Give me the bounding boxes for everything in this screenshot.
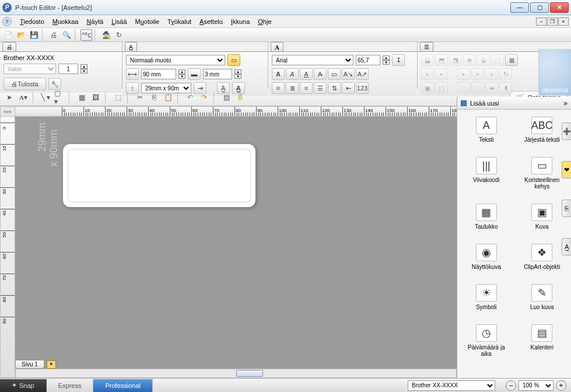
open-button[interactable]: 📂 xyxy=(15,29,27,41)
save-button[interactable]: 💾 xyxy=(28,29,40,41)
print-preview-button[interactable]: 🔍 xyxy=(61,29,72,41)
mdi-minimize-button[interactable]: – xyxy=(536,18,547,26)
spacing-button[interactable]: ⇅ xyxy=(328,82,341,94)
print-options-button[interactable]: 🔧 xyxy=(48,78,61,90)
group-button[interactable]: ⬚ xyxy=(457,82,470,94)
insert-item-viivakoodi[interactable]: |||Viivakoodi xyxy=(460,155,513,192)
paper-margin-input[interactable] xyxy=(203,69,232,79)
print-panel-tab[interactable]: 🖨 xyxy=(2,42,16,51)
print-execute-button[interactable]: 🖨 Tulosta xyxy=(3,78,46,90)
same-height[interactable]: ▪ xyxy=(471,68,484,80)
zoom-out-button[interactable]: − xyxy=(506,380,516,391)
window-minimize-button[interactable]: — xyxy=(510,2,529,13)
transfer-button[interactable]: ↻ xyxy=(113,29,125,41)
snap-grid-button[interactable]: ⊞ xyxy=(505,54,518,66)
paper-panel-tab[interactable]: A̲ xyxy=(125,42,137,51)
indent-button[interactable]: ⇤ xyxy=(342,82,355,94)
font-size-spinner[interactable]: ▲▼ xyxy=(383,55,390,65)
print-button[interactable]: 🖨 xyxy=(48,29,59,41)
align-bottom-objects[interactable]: ⬚ xyxy=(491,54,504,66)
new-button[interactable]: 📄 xyxy=(2,29,14,41)
rotate-button[interactable]: ↻ xyxy=(499,68,512,80)
insert-item-p-iv-m-r-ja-aika[interactable]: ◷Päivämäärä ja aika xyxy=(460,322,513,359)
menu-layout[interactable]: Asettelu xyxy=(196,17,226,26)
insert-panel-header[interactable]: Lisää uusi » xyxy=(457,97,571,110)
italic-button[interactable]: A xyxy=(286,68,299,80)
menu-view[interactable]: Näytä xyxy=(83,17,107,26)
paste-button[interactable]: 📋 xyxy=(162,92,174,103)
redo-button[interactable]: ↷ xyxy=(198,92,210,103)
undo-button[interactable]: ↶ xyxy=(184,92,196,103)
mode-snap-button[interactable]: ✦ Snap xyxy=(0,379,47,392)
mdi-restore-button[interactable]: ❐ xyxy=(547,18,558,26)
database-button[interactable]: 🛢 xyxy=(234,92,246,103)
mode-professional-button[interactable]: Professional xyxy=(93,379,153,392)
sidetab-hist[interactable]: ⎘ xyxy=(562,200,571,217)
cut-button[interactable]: ✂ xyxy=(134,92,146,103)
copies-spinner[interactable]: ▲▼ xyxy=(80,64,87,74)
flip-v[interactable]: ⬍ xyxy=(499,82,512,94)
numbering-button[interactable]: 123 xyxy=(356,82,369,94)
insert-item-teksti[interactable]: ATeksti xyxy=(460,114,513,145)
margin-spinner[interactable]: ▲▼ xyxy=(234,69,241,79)
text-panel-tab[interactable]: A xyxy=(271,42,283,51)
table-tool[interactable]: ▦ xyxy=(76,92,87,103)
zoom-in-button[interactable]: + xyxy=(556,380,566,391)
mdi-close-button[interactable]: × xyxy=(558,18,569,26)
sidetab-add[interactable]: ➕ xyxy=(562,123,571,140)
scrollbar-thumb[interactable] xyxy=(236,370,263,377)
paper-style-select[interactable]: Normaali muoto xyxy=(126,55,225,65)
same-width[interactable]: ▪ xyxy=(457,68,470,80)
shape-tool[interactable]: ▢ ▾ xyxy=(54,92,65,103)
frame-text-button[interactable]: ▭ xyxy=(328,68,341,80)
vertical-text-button[interactable]: ↧ xyxy=(392,54,405,66)
align-center-h-objects[interactable]: ⬒ xyxy=(435,54,448,66)
shrink-button[interactable]: A↘ xyxy=(342,68,355,80)
horizontal-scrollbar[interactable] xyxy=(15,369,457,378)
send-back[interactable]: ▢ xyxy=(435,82,448,94)
insert-item-n-ytt-kuva[interactable]: ◉Näyttökuva xyxy=(460,242,513,272)
menu-format[interactable]: Muotoile xyxy=(132,17,163,26)
copy-button[interactable]: ⎘ xyxy=(148,92,160,103)
insert-item-koristeellinen-kehys[interactable]: ▭Koristeellinen kehys xyxy=(516,155,569,192)
add-sheet-button[interactable]: ✶ xyxy=(47,360,56,369)
app-menu-icon[interactable]: ? xyxy=(2,17,12,26)
flip-h[interactable]: ⬌ xyxy=(485,82,498,94)
print-preset-select[interactable]: Vakio xyxy=(3,64,56,74)
align-left-objects[interactable]: ⬓ xyxy=(421,54,434,66)
line-tool[interactable]: ╲ ▾ xyxy=(40,92,51,103)
menu-window[interactable]: Ikkuna xyxy=(227,17,253,26)
align-top-objects[interactable]: ⬘ xyxy=(463,54,476,66)
align-left-button[interactable]: ≡ xyxy=(272,82,285,94)
insert-item-kalenteri[interactable]: ▤Kalenteri xyxy=(516,322,569,359)
ungroup-button[interactable]: ⬚ xyxy=(471,82,484,94)
font-select[interactable]: Arial xyxy=(272,55,353,65)
underline-button[interactable]: A xyxy=(300,68,313,80)
align-center-button[interactable]: ≣ xyxy=(286,82,299,94)
pointer-tool[interactable]: ➤ xyxy=(3,92,15,103)
bring-front[interactable]: ▣ xyxy=(421,82,434,94)
zoom-select[interactable]: 100 % xyxy=(519,380,554,391)
image-tool[interactable]: 🖼 xyxy=(90,92,101,103)
menu-help[interactable]: Ohje xyxy=(254,17,275,26)
insert-item-clipart-objekti[interactable]: ❖ClipArt-objekti xyxy=(516,242,569,272)
sheet-tab-1[interactable]: Sivu 1 xyxy=(15,360,44,369)
width-spinner[interactable]: ▲▼ xyxy=(178,69,185,79)
arrange-tool[interactable]: ⬚ xyxy=(112,92,124,103)
insert-item-j-rjest-teksti[interactable]: ABCJärjestä teksti xyxy=(516,114,569,145)
menu-file[interactable]: Tiedosto xyxy=(16,17,48,26)
sidetab-prop[interactable]: A̲ xyxy=(562,238,571,256)
orientation-landscape-button[interactable]: ▭ xyxy=(227,54,240,66)
panel-collapse-icon[interactable]: » xyxy=(563,99,568,107)
distribute-h[interactable]: ▪ xyxy=(421,68,434,80)
window-maximize-button[interactable]: ▢ xyxy=(530,2,549,13)
wizard-button[interactable]: 🧙 xyxy=(100,29,112,41)
menu-edit[interactable]: Muokkaa xyxy=(49,17,82,26)
status-printer-select[interactable]: Brother XX-XXXX xyxy=(408,380,495,391)
vertical-ruler[interactable]: 0102030405060708090 xyxy=(0,117,15,378)
align-justify-button[interactable]: ☰ xyxy=(314,82,327,94)
grow-button[interactable]: A↗ xyxy=(356,68,369,80)
mode-express-button[interactable]: Express xyxy=(47,379,94,392)
align-middle-objects[interactable]: ⬙ xyxy=(477,54,490,66)
layout-view-button[interactable]: ▤ xyxy=(220,92,232,103)
